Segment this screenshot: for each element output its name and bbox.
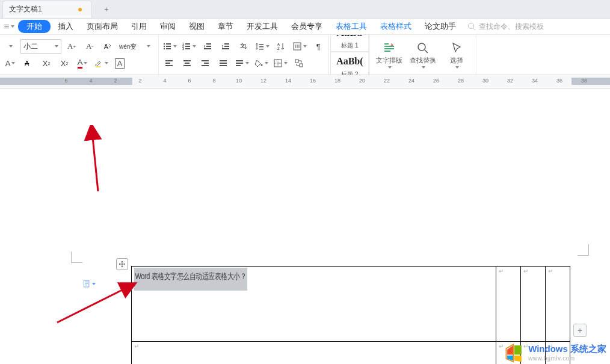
align-center-button[interactable] [179,56,195,70]
phonetic-guide-button[interactable]: wén变 [118,39,138,54]
superscript-button[interactable]: X2 [39,56,54,70]
paragraph-mark-icon: ↵ [499,343,504,350]
table-cell[interactable]: ↵ [496,267,520,342]
caret-down-icon [303,45,307,48]
app-menu-button[interactable] [4,21,14,32]
table-move-handle[interactable] [116,258,128,270]
align-left-icon [164,58,174,68]
ribbon-tabs: 开始 插入 页面布局 引用 审阅 视图 章节 开发工具 会员专享 表格工具 表格… [0,19,610,35]
borders-dropdown[interactable] [272,56,289,70]
svg-rect-40 [220,65,227,66]
find-replace-button[interactable]: 查找替换 [406,42,440,69]
tab-member[interactable]: 会员专享 [285,19,328,34]
svg-point-6 [164,46,165,47]
font-size-dropdown[interactable]: 小二 [20,39,61,54]
change-case-button[interactable]: A [100,39,116,54]
tab-view[interactable]: 视图 [183,19,211,34]
strike-button[interactable]: A [20,56,36,70]
font-color-dropdown[interactable]: A [75,56,90,70]
highlight-dropdown[interactable]: A [2,56,18,70]
tabs-button[interactable] [291,39,308,54]
svg-rect-5 [166,43,171,45]
grow-font-button[interactable]: A+ [64,39,79,54]
search-placeholder: 查找命令、搜索模板 [479,22,544,32]
align-left-button[interactable] [161,56,177,70]
increase-indent-button[interactable] [218,39,233,54]
caret-down-icon [422,66,425,69]
tab-references[interactable]: 引用 [125,19,153,34]
table-cell[interactable]: ↵ [545,267,570,342]
align-right-button[interactable] [197,56,213,70]
table-cell[interactable]: Word 表格文字怎么自动适应表格大小？ [132,267,496,342]
svg-rect-29 [165,60,173,61]
align-center-icon [182,58,192,68]
borders-icon [273,58,283,68]
svg-text:A: A [104,43,108,50]
horizontal-ruler[interactable]: 6422468101214161820222426283032343638 [0,75,610,89]
watermark-subtitle: www.bjjmlv.com [528,355,606,362]
ruler-number: 12 [260,78,266,84]
tab-home[interactable]: 开始 [18,20,51,33]
paragraph-mark-button[interactable]: ¶ [310,39,326,54]
add-column-button[interactable]: + [573,324,587,337]
caret-down-icon [9,45,13,48]
svg-rect-41 [236,60,243,61]
text-direction-button[interactable]: 文 [236,39,251,54]
tab-thesis[interactable]: 论文助手 [419,19,462,34]
tab-table-tools[interactable]: 表格工具 [330,19,373,34]
align-justify-button[interactable] [215,56,231,70]
sort-button[interactable]: AZ [273,39,289,54]
style-preview: AaBb [336,35,363,42]
outline-button[interactable] [291,56,307,70]
new-tab-button[interactable]: ＋ [98,1,115,17]
tab-chapter[interactable]: 章节 [212,19,239,34]
select-button[interactable]: 选择 [440,42,473,69]
tab-insert[interactable]: 插入 [52,19,79,34]
table-cell[interactable]: ↵ [520,267,545,342]
svg-rect-35 [202,60,209,61]
caret-down-icon [147,45,150,48]
numbering-dropdown[interactable]: 123 [180,39,197,54]
case-icon: A [103,42,112,51]
document-tab[interactable]: 文字文稿1 [2,1,92,18]
ribbon: 小二 A+ A- A wén变 A A X2 X2 A A 123 文 [0,35,610,75]
ribbon-group-tools: A 文字排版 查找替换 选择 [370,35,476,75]
style-preview: AaBb( [336,52,363,70]
outline-panel-button[interactable] [82,277,96,291]
svg-rect-50 [384,48,394,49]
svg-rect-36 [204,63,209,64]
subscript-button[interactable]: X2 [57,56,72,70]
align-right-icon [200,58,210,68]
svg-point-0 [469,23,474,29]
ruler-number: 6 [188,78,191,84]
margin-corner-tr [578,244,589,256]
ruler-number: 26 [433,78,439,84]
shrink-font-button[interactable]: A- [82,39,97,54]
tab-page-layout[interactable]: 页面布局 [81,19,124,34]
clear-format-dropdown[interactable] [140,39,156,54]
paragraph-mark-icon: ↵ [134,343,139,350]
text-layout-button[interactable]: A 文字排版 [372,42,406,69]
paragraph-mark-icon: ↵ [523,268,528,274]
highlight-color-dropdown[interactable] [93,56,109,70]
shading-dropdown[interactable] [253,56,270,70]
style-heading2[interactable]: AaBb( 标题 2 [330,52,369,75]
char-border-button[interactable]: A [112,56,128,70]
ruler-number: 24 [408,78,414,84]
tab-developer[interactable]: 开发工具 [241,19,284,34]
tab-review[interactable]: 审阅 [154,19,182,34]
svg-rect-42 [236,63,243,64]
svg-rect-21 [222,48,229,49]
style-heading1[interactable]: AaBb 标题 1 [330,35,369,52]
decrease-indent-button[interactable] [200,39,215,54]
svg-rect-7 [166,46,171,47]
distribute-button[interactable] [233,56,250,70]
table-cell[interactable]: ↵ [132,342,496,365]
caret-down-icon [265,62,268,64]
tab-table-style[interactable]: 表格样式 [374,19,417,34]
command-search[interactable]: 查找命令、搜索模板 [467,22,544,32]
unsaved-dot-icon [78,8,82,11]
bullets-dropdown[interactable] [161,39,178,54]
line-spacing-dropdown[interactable] [254,39,271,54]
font-family-dropdown[interactable] [2,39,18,54]
